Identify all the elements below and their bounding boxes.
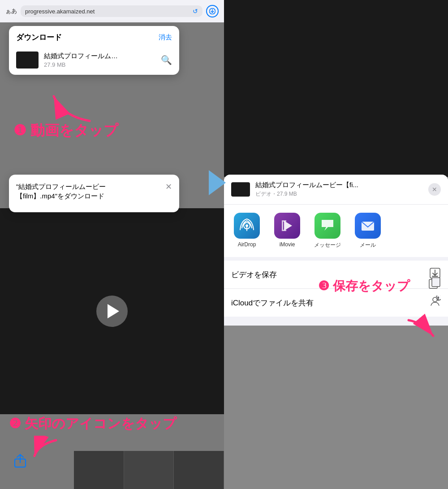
step1-text: 動画をタップ xyxy=(26,122,118,138)
app-icons-row: AirDrop iMovie メッセージ xyxy=(224,205,448,257)
step1-circle: ❶ xyxy=(13,122,26,138)
save-video-label: ビデオを保存 xyxy=(231,270,277,280)
confirm-text2: 【film】.mp4"をダウンロード xyxy=(16,192,104,200)
confirm-title: "結婚式プロフィールムービー 【film】.mp4"をダウンロード xyxy=(16,182,106,201)
step3-label: ❸ 保存をタップ xyxy=(318,278,410,295)
messages-icon[interactable] xyxy=(314,213,340,239)
imovie-icon[interactable] xyxy=(274,213,300,239)
red-arrow-2 xyxy=(29,436,65,464)
play-button[interactable] xyxy=(96,296,128,327)
confirm-header: "結婚式プロフィールムービー 【film】.mp4"をダウンロード ✕ xyxy=(16,182,172,201)
share-close-icon: ✕ xyxy=(432,186,437,193)
mail-label: メール xyxy=(360,241,376,249)
copy-svg-icon xyxy=(428,277,441,289)
share-icon[interactable] xyxy=(13,454,27,471)
download-item[interactable]: 結婚式プロフィールム… 27.9 MB 🔍 xyxy=(9,47,179,75)
imovie-label: iMovie xyxy=(280,241,295,248)
url-bar[interactable]: progressive.akamaized.net ↺ xyxy=(21,5,202,17)
step3-circle: ❸ xyxy=(318,279,329,293)
download-thumbnail xyxy=(16,51,39,69)
app-icon-item-mail[interactable]: メール xyxy=(352,213,383,249)
video-area[interactable] xyxy=(0,208,224,414)
film-frame-3 xyxy=(174,451,224,489)
download-filename: 結婚式プロフィールム… xyxy=(44,52,155,60)
svg-point-8 xyxy=(246,224,248,227)
copy-icon xyxy=(428,277,441,292)
blue-chevron xyxy=(209,170,226,195)
step1-label: ❶ 動画をタップ xyxy=(13,121,118,141)
download-popup-header: ダウンロード 消去 xyxy=(9,26,179,47)
app-icon-item-imovie[interactable]: iMovie xyxy=(271,213,303,248)
messages-svg xyxy=(320,218,335,233)
safari-bar: ぁあ progressive.akamaized.net ↺ xyxy=(0,0,224,22)
icloud-share-icon xyxy=(429,296,441,310)
download-icon xyxy=(209,8,215,14)
safari-aa[interactable]: ぁあ xyxy=(5,7,17,15)
icloud-share-label: iCloudでファイルを共有 xyxy=(231,298,314,308)
mail-svg xyxy=(360,218,375,233)
left-panel: ぁあ progressive.akamaized.net ↺ ダウンロード 消去… xyxy=(0,0,224,489)
confirm-text1: "結婚式プロフィールムービー xyxy=(16,183,106,190)
download-info: 結婚式プロフィールム… 27.9 MB xyxy=(44,52,155,68)
app-icon-item-airdrop[interactable]: AirDrop xyxy=(231,213,263,248)
step3-text: 保存をタップ xyxy=(329,279,410,293)
app-icon-item-messages[interactable]: メッセージ xyxy=(312,213,343,249)
airdrop-icon[interactable] xyxy=(234,213,260,239)
play-triangle-icon xyxy=(108,304,119,318)
download-popup-clear[interactable]: 消去 xyxy=(159,33,172,42)
svg-marker-9 xyxy=(284,221,292,231)
airdrop-label: AirDrop xyxy=(238,241,256,248)
imovie-svg xyxy=(280,218,295,233)
sheet-separator xyxy=(224,257,448,261)
step2-text: 矢印のアイコンをタップ xyxy=(21,416,177,431)
share-title-block: 結婚式プロフィールムービー【fi... ビデオ・27.9 MB xyxy=(255,181,423,198)
svg-rect-22 xyxy=(432,278,440,287)
red-arrow-3 xyxy=(400,313,440,347)
url-text: progressive.akamaized.net xyxy=(25,8,95,15)
share-sheet: 結婚式プロフィールムービー【fi... ビデオ・27.9 MB ✕ xyxy=(224,175,448,326)
download-confirm-popup: "結婚式プロフィールムービー 【film】.mp4"をダウンロード ✕ xyxy=(9,175,179,212)
share-file-thumbnail xyxy=(231,182,250,197)
share-svg-icon xyxy=(13,454,27,468)
step2-label: ❷ 矢印のアイコンをタップ xyxy=(9,415,177,433)
reload-icon[interactable]: ↺ xyxy=(193,8,198,15)
step2-circle: ❷ xyxy=(9,416,21,431)
download-popup: ダウンロード 消去 結婚式プロフィールム… 27.9 MB 🔍 xyxy=(9,26,179,75)
share-sheet-header: 結婚式プロフィールムービー【fi... ビデオ・27.9 MB ✕ xyxy=(224,175,448,205)
share-file-subtitle: ビデオ・27.9 MB xyxy=(255,190,423,198)
film-frame-2 xyxy=(124,451,174,489)
film-frame-1 xyxy=(74,451,124,489)
download-popup-title: ダウンロード xyxy=(16,32,62,43)
mail-icon[interactable] xyxy=(355,213,381,239)
confirm-close-icon[interactable]: ✕ xyxy=(165,182,172,192)
filmstrip xyxy=(74,451,224,489)
right-panel: 結婚式プロフィールムービー【fi... ビデオ・27.9 MB ✕ xyxy=(224,0,448,489)
share-file-title: 結婚式プロフィールムービー【fi... xyxy=(255,181,423,189)
airdrop-svg xyxy=(239,218,254,233)
download-bar-button[interactable] xyxy=(206,5,219,17)
icloud-person-icon xyxy=(429,296,441,307)
messages-label: メッセージ xyxy=(314,241,341,249)
share-close-button[interactable]: ✕ xyxy=(428,183,441,196)
right-top-video xyxy=(224,0,448,177)
search-icon[interactable]: 🔍 xyxy=(161,55,172,65)
download-filesize: 27.9 MB xyxy=(44,61,155,68)
